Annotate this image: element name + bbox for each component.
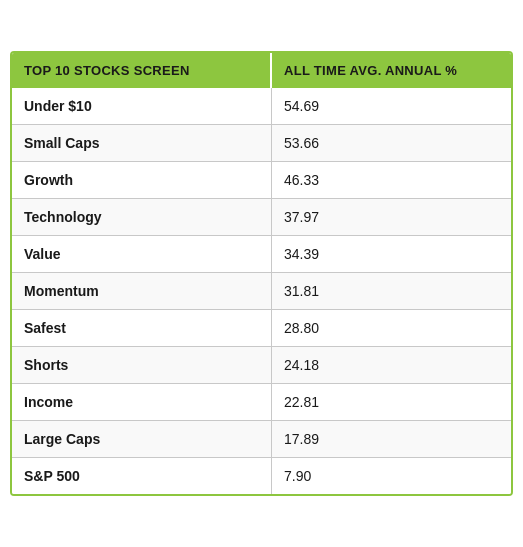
row-label: Income (12, 384, 272, 420)
table-row: Technology37.97 (12, 199, 511, 236)
row-label: Under $10 (12, 88, 272, 124)
row-value: 22.81 (272, 384, 511, 420)
table-row: Under $1054.69 (12, 88, 511, 125)
table-row: Income22.81 (12, 384, 511, 421)
row-label: Growth (12, 162, 272, 198)
row-label: Technology (12, 199, 272, 235)
table-row: Small Caps53.66 (12, 125, 511, 162)
table-row: Momentum31.81 (12, 273, 511, 310)
row-value: 54.69 (272, 88, 511, 124)
row-label: Safest (12, 310, 272, 346)
stocks-table: TOP 10 STOCKS SCREEN ALL TIME AVG. ANNUA… (10, 51, 513, 496)
row-value: 37.97 (272, 199, 511, 235)
table-header: TOP 10 STOCKS SCREEN ALL TIME AVG. ANNUA… (12, 53, 511, 88)
table-row: Large Caps17.89 (12, 421, 511, 458)
table-body: Under $1054.69Small Caps53.66Growth46.33… (12, 88, 511, 494)
row-value: 7.90 (272, 458, 511, 494)
row-value: 34.39 (272, 236, 511, 272)
table-row: Safest28.80 (12, 310, 511, 347)
row-value: 24.18 (272, 347, 511, 383)
header-value-label: ALL TIME AVG. ANNUAL % (272, 53, 511, 88)
row-label: Small Caps (12, 125, 272, 161)
row-value: 28.80 (272, 310, 511, 346)
row-label: Large Caps (12, 421, 272, 457)
table-row: Growth46.33 (12, 162, 511, 199)
table-row: Shorts24.18 (12, 347, 511, 384)
row-value: 17.89 (272, 421, 511, 457)
row-label: Value (12, 236, 272, 272)
row-label: S&P 500 (12, 458, 272, 494)
row-value: 31.81 (272, 273, 511, 309)
row-value: 46.33 (272, 162, 511, 198)
table-row: S&P 5007.90 (12, 458, 511, 494)
header-screen-label: TOP 10 STOCKS SCREEN (12, 53, 272, 88)
row-label: Shorts (12, 347, 272, 383)
row-label: Momentum (12, 273, 272, 309)
row-value: 53.66 (272, 125, 511, 161)
table-row: Value34.39 (12, 236, 511, 273)
